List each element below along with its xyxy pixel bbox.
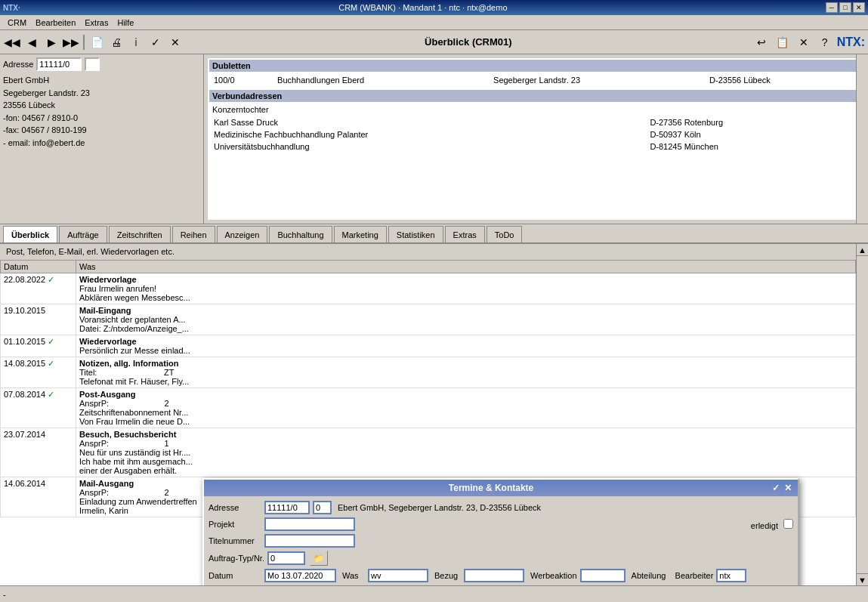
toolbar-next-btn[interactable]: ▶	[42, 33, 60, 51]
was-input[interactable]	[368, 569, 428, 582]
was-label: Was	[342, 571, 365, 580]
main-scrollbar[interactable]: ▲ ▼	[856, 244, 868, 585]
table-row: 23.07.2014 Besuch, Besuchsbericht AnsprP…	[1, 428, 856, 477]
tab-todo[interactable]: ToDo	[487, 226, 523, 242]
toolbar-sep1	[83, 35, 85, 50]
company-name: Ebert GmbH	[3, 74, 200, 87]
main-wrapper: NTX· CRM (WBANK) · Mandant 1 · ntc · ntx…	[0, 0, 868, 602]
verbund-table: Karl Sasse Druck D-27356 Rotenburg Mediz…	[209, 116, 863, 153]
auftrag-row: Auftrag-Typ/Nr. 📁	[209, 551, 793, 566]
col-was: Was	[76, 261, 856, 273]
menu-hilfe[interactable]: Hilfe	[113, 17, 138, 29]
toolbar-print-btn[interactable]: 🖨	[107, 33, 125, 51]
address-sub-input[interactable]	[85, 57, 100, 71]
address-left: Adresse Ebert GmbH Segeberger Landstr. 2…	[0, 54, 204, 224]
toolbar-help-btn[interactable]: ?	[816, 33, 834, 51]
toolbar-close-btn[interactable]: ✕	[795, 33, 813, 51]
row-date: 22.08.2022 ✓	[1, 273, 76, 304]
termine-close-icon[interactable]: ✕	[784, 483, 792, 493]
toolbar-check-btn[interactable]: ✓	[147, 33, 165, 51]
toolbar-right: ↩ 📋 ✕ ? NTX:	[752, 33, 865, 51]
table-row: 14.08.2015 ✓ Notizen, allg. Information …	[1, 357, 856, 388]
toolbar-info-btn[interactable]: i	[127, 33, 145, 51]
termine-body: Adresse Ebert GmbH, Segeberger Landstr. …	[204, 496, 798, 585]
tab-anzeigen[interactable]: Anzeigen	[217, 226, 268, 242]
title-bar: NTX· CRM (WBANK) · Mandant 1 · ntc · ntx…	[0, 0, 868, 15]
projekt-input[interactable]	[264, 517, 355, 531]
row-date: 14.08.2015 ✓	[1, 357, 76, 388]
phone: -fon: 04567 / 8910-0	[3, 112, 200, 125]
erledigt-label: erledigt	[751, 519, 793, 530]
status-bar: -	[0, 585, 868, 602]
scroll-down-btn[interactable]: ▼	[857, 573, 868, 585]
dubl-id: 100/0	[211, 75, 273, 85]
row-content: Mail-Eingang Voransicht der geplanten A.…	[76, 304, 856, 335]
toolbar-new-btn[interactable]: 📄	[88, 33, 106, 51]
row-date: 01.10.2015 ✓	[1, 335, 76, 357]
toolbar-cancel-btn[interactable]: ✕	[166, 33, 184, 51]
table-row: 01.10.2015 ✓ Wiedervorlage Persönlich zu…	[1, 335, 856, 357]
tab-reihen[interactable]: Reihen	[172, 226, 215, 242]
datum-input[interactable]	[264, 569, 336, 582]
dubletten-table: 100/0 Buchhandlungen Eberd Segeberger La…	[209, 73, 863, 87]
adresse-num-input[interactable]	[313, 501, 332, 514]
row-date: 19.10.2015	[1, 304, 76, 335]
toolbar-title: Überblick (CRM01)	[186, 36, 751, 48]
toolbar-back-btn[interactable]: ↩	[752, 33, 771, 51]
menu-crm[interactable]: CRM	[3, 17, 31, 29]
row-content: Wiedervorlage Frau Irmelin anrufen! Abkl…	[76, 273, 856, 304]
tabs-bar: Überblick Aufträge Zeitschriften Reihen …	[0, 224, 868, 244]
row-date: 14.06.2014	[1, 477, 76, 517]
verbund-name: Medizinische Fachbuchhandlung Palanter	[211, 129, 645, 140]
menu-bearbeiten[interactable]: Bearbeiten	[31, 17, 80, 29]
adresse-id-input[interactable]	[264, 501, 310, 514]
tab-marketing[interactable]: Marketing	[334, 226, 387, 242]
table-row: 100/0 Buchhandlungen Eberd Segeberger La…	[211, 75, 861, 85]
close-button[interactable]: ✕	[853, 2, 865, 13]
auftrag-input[interactable]	[267, 551, 305, 565]
menu-extras[interactable]: Extras	[80, 17, 113, 29]
title-bar-title: CRM (WBANK) · Mandant 1 · ntc · ntx@demo	[20, 3, 826, 12]
table-row: 07.08.2014 ✓ Post-Ausgang AnsprP: 2 Zeit…	[1, 388, 856, 428]
dubl-street: Segeberger Landstr. 23	[490, 75, 705, 85]
tab-auftraege[interactable]: Aufträge	[59, 226, 107, 242]
address-label: Adresse	[3, 60, 33, 69]
erledigt-checkbox[interactable]	[783, 519, 793, 529]
tab-ueberblick[interactable]: Überblick	[3, 226, 57, 242]
tab-extras[interactable]: Extras	[445, 226, 485, 242]
tab-buchhaltung[interactable]: Buchhaltung	[269, 226, 332, 242]
maximize-button[interactable]: □	[839, 2, 851, 13]
bezug-input[interactable]	[464, 569, 524, 582]
table-row: Universitätsbuchhandlung D-81245 München	[211, 141, 861, 152]
verbund-name: Universitätsbuchhandlung	[211, 141, 645, 152]
adresse-text: Ebert GmbH, Segeberger Landstr. 23, D-23…	[338, 503, 541, 512]
tab-zeitschriften[interactable]: Zeitschriften	[109, 226, 171, 242]
toolbar-last-btn[interactable]: ▶▶	[62, 33, 80, 51]
verbund-name: Karl Sasse Druck	[211, 117, 645, 128]
minimize-button[interactable]: ─	[826, 2, 838, 13]
werbeaktion-input[interactable]	[580, 569, 626, 582]
termine-dialog: Termine & Kontakte ✓ ✕ Adresse Ebert Gmb…	[202, 478, 799, 585]
row-content: Notizen, allg. Information Titel: ZT Tel…	[76, 357, 856, 388]
termine-title-bar: Termine & Kontakte ✓ ✕	[204, 480, 798, 496]
bearbeiter-input[interactable]	[716, 569, 746, 582]
dubl-name: Buchhandlungen Eberd	[274, 75, 489, 85]
table-row: 19.10.2015 Mail-Eingang Voransicht der g…	[1, 304, 856, 335]
address-text: Ebert GmbH Segeberger Landstr. 23 23556 …	[3, 74, 200, 149]
address-id-input[interactable]	[36, 57, 82, 71]
row-content: Wiedervorlage Persönlich zur Messe einla…	[76, 335, 856, 357]
termine-check-btn[interactable]: ✓	[772, 483, 780, 493]
toolbar-clipboard-btn[interactable]: 📋	[774, 33, 792, 51]
auftrag-browse-btn[interactable]: 📁	[310, 551, 328, 566]
toolbar-first-btn[interactable]: ◀◀	[3, 33, 21, 51]
content-header: Post, Telefon, E-Mail, erl. Wiedervorlag…	[0, 244, 856, 260]
verbund-city: D-27356 Rotenburg	[647, 117, 861, 128]
toolbar-prev-btn[interactable]: ◀	[23, 33, 41, 51]
tab-statistiken[interactable]: Statistiken	[388, 226, 443, 242]
abteilung-label: Abteilung	[632, 571, 669, 580]
termine-title-text: Termine & Kontakte	[210, 483, 772, 493]
scrollbar[interactable]	[856, 54, 868, 224]
titelnummer-input[interactable]	[264, 534, 355, 548]
scroll-up-btn[interactable]: ▲	[857, 244, 868, 256]
projekt-label: Projekt	[209, 520, 261, 529]
